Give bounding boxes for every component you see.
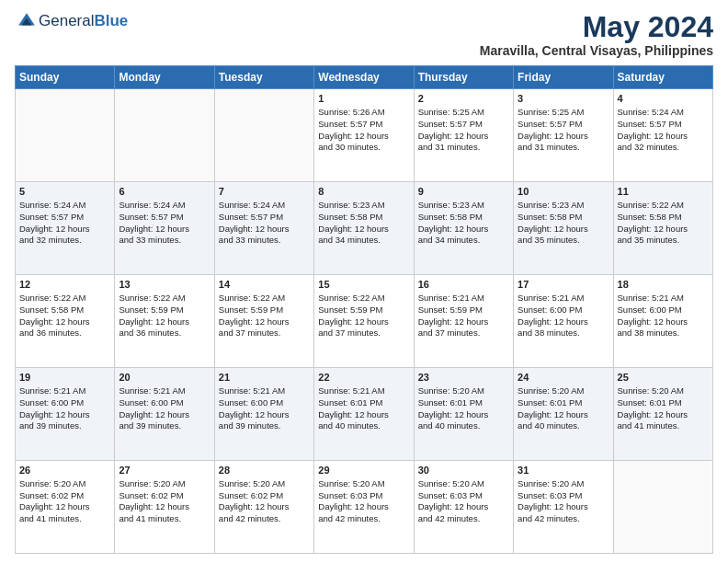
day-info: Daylight: 12 hours xyxy=(19,224,110,236)
day-info: Sunset: 6:02 PM xyxy=(19,490,110,502)
day-info: Sunrise: 5:24 AM xyxy=(618,107,709,119)
day-info: Sunrise: 5:22 AM xyxy=(219,293,310,304)
day-info: Sunset: 5:59 PM xyxy=(318,304,409,316)
day-info: Daylight: 12 hours xyxy=(19,316,110,328)
day-number: 15 xyxy=(318,278,409,292)
calendar-cell: 14Sunrise: 5:22 AMSunset: 5:59 PMDayligh… xyxy=(214,275,313,368)
day-info: and 42 minutes. xyxy=(318,513,409,525)
day-number: 8 xyxy=(318,185,409,199)
day-info: Daylight: 12 hours xyxy=(418,409,509,421)
page: GeneralBlue May 2024 Maravilla, Central … xyxy=(0,0,728,563)
day-info: Sunset: 6:01 PM xyxy=(618,397,709,409)
calendar-cell: 9Sunrise: 5:23 AMSunset: 5:58 PMDaylight… xyxy=(414,182,513,275)
day-info: Sunrise: 5:23 AM xyxy=(318,200,409,212)
day-info: Daylight: 12 hours xyxy=(418,316,509,328)
day-info: Sunset: 5:57 PM xyxy=(219,212,310,224)
day-number: 6 xyxy=(119,185,210,199)
calendar-cell: 17Sunrise: 5:21 AMSunset: 6:00 PMDayligh… xyxy=(514,275,613,368)
day-info: and 41 minutes. xyxy=(19,513,110,525)
day-info: Daylight: 12 hours xyxy=(418,501,509,513)
day-info: Sunrise: 5:21 AM xyxy=(19,385,110,397)
day-info: Sunrise: 5:20 AM xyxy=(418,385,509,397)
day-info: and 39 minutes. xyxy=(119,420,210,432)
calendar-cell: 4Sunrise: 5:24 AMSunset: 5:57 PMDaylight… xyxy=(613,89,712,182)
day-info: Daylight: 12 hours xyxy=(19,501,110,513)
day-info: Sunrise: 5:24 AM xyxy=(219,200,310,212)
calendar-week-row: 1Sunrise: 5:26 AMSunset: 5:57 PMDaylight… xyxy=(16,89,713,182)
day-info: Sunset: 6:00 PM xyxy=(518,304,609,316)
calendar-cell: 6Sunrise: 5:24 AMSunset: 5:57 PMDaylight… xyxy=(115,182,214,275)
day-info: and 38 minutes. xyxy=(618,327,709,339)
day-info: Daylight: 12 hours xyxy=(219,224,310,236)
day-info: Sunset: 5:57 PM xyxy=(318,119,409,131)
weekday-header: Thursday xyxy=(414,66,513,89)
day-info: Sunset: 6:03 PM xyxy=(418,490,509,502)
day-info: Sunset: 5:58 PM xyxy=(518,212,609,224)
day-info: Sunset: 5:57 PM xyxy=(119,212,210,224)
day-info: Sunrise: 5:26 AM xyxy=(318,107,409,119)
day-info: Sunset: 6:00 PM xyxy=(119,397,210,409)
day-number: 10 xyxy=(518,185,609,199)
day-info: and 37 minutes. xyxy=(219,327,310,339)
day-info: and 31 minutes. xyxy=(518,142,609,154)
day-number: 17 xyxy=(518,278,609,292)
day-info: and 34 minutes. xyxy=(318,235,409,247)
day-info: Sunset: 5:57 PM xyxy=(518,119,609,131)
day-number: 22 xyxy=(318,371,409,385)
day-number: 30 xyxy=(418,464,509,477)
day-info: Daylight: 12 hours xyxy=(219,409,310,421)
calendar-cell: 19Sunrise: 5:21 AMSunset: 6:00 PMDayligh… xyxy=(16,368,115,461)
day-info: Sunset: 6:00 PM xyxy=(618,304,709,316)
day-info: Sunrise: 5:23 AM xyxy=(518,200,609,212)
day-info: Daylight: 12 hours xyxy=(219,501,310,513)
day-info: Sunrise: 5:22 AM xyxy=(119,293,210,304)
day-number: 28 xyxy=(219,464,310,477)
calendar-cell: 29Sunrise: 5:20 AMSunset: 6:03 PMDayligh… xyxy=(314,461,414,554)
weekday-header: Saturday xyxy=(613,66,712,89)
day-number: 21 xyxy=(219,371,310,385)
day-number: 9 xyxy=(418,185,509,199)
day-info: and 31 minutes. xyxy=(418,142,509,154)
calendar-table: SundayMondayTuesdayWednesdayThursdayFrid… xyxy=(15,65,713,554)
day-info: Daylight: 12 hours xyxy=(19,409,110,421)
day-info: and 32 minutes. xyxy=(19,235,110,247)
day-info: Sunrise: 5:22 AM xyxy=(318,293,409,304)
day-info: and 39 minutes. xyxy=(19,420,110,432)
day-info: Sunrise: 5:21 AM xyxy=(418,293,509,304)
day-info: Daylight: 12 hours xyxy=(119,224,210,236)
calendar-cell: 1Sunrise: 5:26 AMSunset: 5:57 PMDaylight… xyxy=(314,89,414,182)
day-info: Sunrise: 5:21 AM xyxy=(518,293,609,304)
calendar-cell: 18Sunrise: 5:21 AMSunset: 6:00 PMDayligh… xyxy=(613,275,712,368)
day-number: 25 xyxy=(618,371,709,385)
day-info: and 40 minutes. xyxy=(518,420,609,432)
day-info: Sunset: 5:59 PM xyxy=(119,304,210,316)
day-info: Daylight: 12 hours xyxy=(219,316,310,328)
calendar-cell: 21Sunrise: 5:21 AMSunset: 6:00 PMDayligh… xyxy=(214,368,313,461)
day-info: Sunrise: 5:20 AM xyxy=(518,385,609,397)
calendar-cell: 25Sunrise: 5:20 AMSunset: 6:01 PMDayligh… xyxy=(613,368,712,461)
day-info: Sunset: 5:58 PM xyxy=(318,212,409,224)
day-info: Daylight: 12 hours xyxy=(618,224,709,236)
calendar-cell: 26Sunrise: 5:20 AMSunset: 6:02 PMDayligh… xyxy=(16,461,115,554)
day-info: Sunrise: 5:21 AM xyxy=(119,385,210,397)
day-info: Daylight: 12 hours xyxy=(518,224,609,236)
day-info: Daylight: 12 hours xyxy=(318,224,409,236)
header: GeneralBlue May 2024 Maravilla, Central … xyxy=(15,11,713,58)
day-info: Sunset: 6:02 PM xyxy=(219,490,310,502)
day-number: 26 xyxy=(19,464,110,477)
calendar-cell: 5Sunrise: 5:24 AMSunset: 5:57 PMDaylight… xyxy=(16,182,115,275)
day-info: Sunset: 6:01 PM xyxy=(318,397,409,409)
day-info: and 35 minutes. xyxy=(618,235,709,247)
calendar-cell: 22Sunrise: 5:21 AMSunset: 6:01 PMDayligh… xyxy=(314,368,414,461)
day-number: 31 xyxy=(518,464,609,477)
day-info: Sunrise: 5:20 AM xyxy=(219,478,310,490)
day-info: Sunset: 5:57 PM xyxy=(618,119,709,131)
day-info: and 37 minutes. xyxy=(418,327,509,339)
day-info: and 34 minutes. xyxy=(418,235,509,247)
day-info: and 41 minutes. xyxy=(618,420,709,432)
weekday-header: Wednesday xyxy=(314,66,414,89)
day-info: and 33 minutes. xyxy=(219,235,310,247)
day-info: Daylight: 12 hours xyxy=(518,316,609,328)
calendar-cell: 11Sunrise: 5:22 AMSunset: 5:58 PMDayligh… xyxy=(613,182,712,275)
day-number: 18 xyxy=(618,278,709,292)
